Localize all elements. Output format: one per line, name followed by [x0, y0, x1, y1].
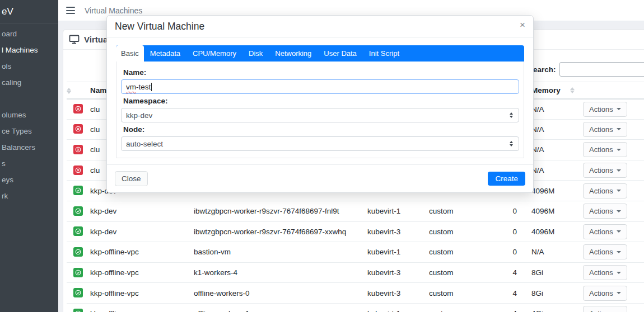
cell-type: custom	[429, 221, 488, 242]
row-actions-button[interactable]: Actions	[583, 286, 627, 301]
sort-icon	[570, 87, 575, 93]
cell-namespace: kkp-offline-vpc	[90, 262, 194, 283]
new-vm-modal: New Virtual Machine × BasicMetadataCPU/M…	[106, 15, 534, 193]
cell-namespace: kkp-offline-vpc	[90, 283, 194, 304]
tab-basic[interactable]: Basic	[116, 45, 144, 62]
tab-init-script[interactable]: Init Script	[363, 45, 405, 62]
status-check-icon	[73, 309, 83, 312]
status-check-icon	[73, 268, 83, 277]
cell-memory: 8Gi	[521, 283, 580, 304]
search-input[interactable]	[559, 62, 644, 77]
table-search: Search:	[528, 62, 644, 77]
table-row: kkp-devibwtzgbpcn-worker-r9szvr-7674f686…	[67, 201, 644, 221]
row-actions-button[interactable]: Actions	[583, 163, 627, 178]
row-actions-button[interactable]: Actions	[583, 265, 627, 280]
modal-footer: Close Create	[107, 164, 533, 192]
vm-name-input[interactable]: vm-test	[121, 79, 519, 94]
sidebar-item[interactable]: ols	[0, 58, 58, 74]
cell-memory: 4096M	[521, 201, 580, 221]
status-check-icon	[73, 288, 83, 297]
sidebar: eV oardl Machinesolscalingolumesce Types…	[0, 0, 58, 312]
sidebar-item[interactable]: rk	[0, 188, 58, 204]
sidebar-nav: oardl Machinesolscalingolumesce TypesBal…	[0, 26, 58, 204]
row-actions-button[interactable]: Actions	[583, 122, 627, 137]
table-row: kkp-offline-vpck1-workers-4kubevirt-3cus…	[67, 262, 644, 283]
cell-cpus: 4	[488, 283, 521, 304]
row-actions-button[interactable]: Actions	[583, 204, 627, 219]
row-actions-button[interactable]: Actions	[583, 224, 627, 239]
sidebar-item[interactable]: caling	[0, 74, 58, 91]
row-actions-button[interactable]: Actions	[583, 183, 627, 198]
sort-icon	[67, 88, 71, 94]
column-header-status[interactable]	[67, 82, 90, 99]
status-check-icon	[73, 206, 83, 216]
row-actions-button[interactable]: Actions	[583, 142, 627, 157]
tab-networking[interactable]: Networking	[269, 45, 318, 62]
tab-cpu-memory[interactable]: CPU/Memory	[186, 45, 242, 62]
name-label: Name:	[121, 68, 519, 77]
tab-user-data[interactable]: User Data	[318, 45, 363, 62]
caret-down-icon	[617, 251, 621, 253]
menu-toggle-icon[interactable]	[66, 7, 75, 14]
caret-down-icon	[617, 292, 621, 294]
modal-header: New Virtual Machine ×	[107, 16, 533, 37]
node-select[interactable]: auto-select	[121, 136, 519, 151]
cell-memory: 4096M	[521, 221, 580, 242]
cell-node: kubevirt-1	[367, 201, 429, 221]
cell-memory: 4Gi	[521, 303, 580, 312]
namespace-select[interactable]: kkp-dev	[121, 108, 519, 122]
sidebar-item[interactable]: olumes	[0, 107, 58, 123]
row-actions-button[interactable]: Actions	[583, 244, 627, 259]
caret-down-icon	[617, 230, 621, 233]
sidebar-item[interactable]: ce Types	[0, 123, 58, 139]
modal-tabs: BasicMetadataCPU/MemoryDiskNetworkingUse…	[116, 45, 524, 62]
sidebar-item[interactable]: Balancers	[0, 139, 58, 155]
row-actions-button[interactable]: Actions	[583, 102, 627, 117]
namespace-label: Namespace:	[121, 97, 519, 105]
cell-type: custom	[429, 262, 488, 283]
app-logo: eV	[0, 0, 58, 23]
cell-name: bastion-vm	[194, 242, 367, 263]
cell-node: kubevirt-3	[367, 221, 429, 242]
cell-cpus: 0	[488, 242, 521, 263]
table-row: kkp-offline-vpcoffline-workers-1kubevirt…	[67, 303, 644, 312]
status-x-icon	[73, 145, 83, 154]
cell-cpus: 0	[488, 201, 521, 221]
tab-metadata[interactable]: Metadata	[144, 45, 186, 62]
caret-down-icon	[617, 190, 621, 192]
column-header-actions	[580, 82, 644, 99]
status-check-icon	[73, 226, 83, 236]
cell-namespace: kkp-dev	[90, 201, 194, 221]
close-icon[interactable]: ×	[520, 21, 525, 30]
status-x-icon	[73, 104, 83, 114]
cell-node: kubevirt-1	[367, 303, 429, 312]
sidebar-item[interactable]: l Machines	[0, 42, 58, 58]
sidebar-item[interactable]: s	[0, 155, 58, 172]
cell-type: custom	[429, 283, 488, 304]
create-button[interactable]: Create	[488, 172, 525, 186]
select-arrows-icon	[510, 141, 513, 146]
cell-type: custom	[429, 303, 488, 312]
caret-down-icon	[617, 169, 621, 172]
tab-disk[interactable]: Disk	[242, 45, 269, 62]
cell-name: ibwtzgbpcn-worker-r9szvr-7674f68697-xxwh…	[194, 221, 367, 242]
cell-name: ibwtzgbpcn-worker-r9szvr-7674f68697-fnl9…	[194, 201, 367, 221]
status-x-icon	[73, 166, 83, 175]
close-button[interactable]: Close	[115, 171, 148, 186]
caret-down-icon	[617, 272, 621, 274]
caret-down-icon	[617, 149, 621, 151]
navbar-title: Virtual Machines	[85, 6, 142, 15]
monitor-icon	[69, 35, 80, 44]
text-cursor	[151, 83, 152, 91]
table-row: kkp-offline-vpcoffline-workers-0kubevirt…	[67, 283, 644, 304]
status-check-icon	[73, 186, 83, 195]
sidebar-item[interactable]: eys	[0, 172, 58, 188]
cell-node: kubevirt-3	[367, 283, 429, 304]
cell-name: offline-workers-0	[194, 283, 367, 304]
caret-down-icon	[617, 210, 621, 212]
cell-node: kubevirt-3	[367, 262, 429, 283]
table-row: kkp-offline-vpcbastion-vmkubevirt-1custo…	[67, 242, 644, 263]
sidebar-item[interactable]: oard	[0, 26, 58, 42]
table-row: kkp-devibwtzgbpcn-worker-r9szvr-7674f686…	[67, 221, 644, 242]
row-actions-button[interactable]: Actions	[583, 306, 627, 312]
